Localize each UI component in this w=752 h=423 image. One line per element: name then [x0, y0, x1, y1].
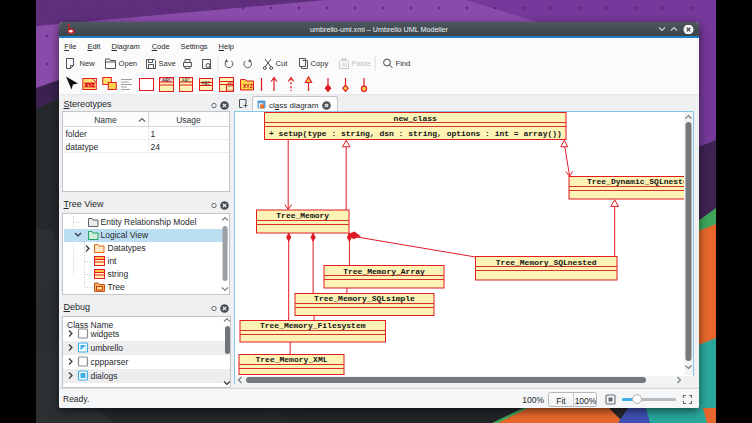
svg-text:Paste: Paste: [352, 59, 371, 68]
svg-text:XYZ: XYZ: [85, 82, 96, 89]
svg-text:Tree_Memory_SQLsimple: Tree_Memory_SQLsimple: [314, 294, 415, 303]
svg-text:string: string: [107, 269, 128, 279]
svg-text:Logical View: Logical View: [100, 230, 148, 240]
svg-text:umbrello: umbrello: [90, 343, 123, 353]
svg-text:ABC: ABC: [202, 81, 211, 86]
svg-text:New: New: [80, 59, 96, 68]
svg-text:Tree: Tree: [107, 282, 124, 292]
svg-text:Tree_Memory_SQLnested: Tree_Memory_SQLnested: [495, 258, 596, 267]
svg-text:dialogs: dialogs: [90, 371, 117, 381]
svg-text:Tree_Memory_XML: Tree_Memory_XML: [255, 355, 327, 364]
svg-text:Cut: Cut: [276, 59, 289, 68]
svg-text:Find: Find: [396, 59, 411, 68]
svg-text:int: int: [107, 256, 117, 266]
svg-text:Tree_Memory_Array: Tree_Memory_Array: [343, 267, 425, 276]
svg-text:123: 123: [228, 88, 236, 92]
svg-text:Copy: Copy: [311, 59, 329, 68]
svg-text:XYZ: XYZ: [243, 83, 254, 90]
svg-text:Tree_Dynamic_SQLnested: Tree_Dynamic_SQLnested: [586, 177, 684, 186]
svg-text:new_class: new_class: [393, 114, 436, 123]
svg-text:Open: Open: [119, 59, 138, 68]
svg-text:Datatypes: Datatypes: [107, 243, 145, 253]
svg-text:Entity Relationship Model: Entity Relationship Model: [100, 217, 196, 227]
svg-text:+ setup(type : string, dsn : s: + setup(type : string, dsn : string, opt…: [269, 129, 562, 138]
svg-text:cppparser: cppparser: [90, 357, 128, 367]
svg-text:ABC: ABC: [182, 78, 191, 83]
svg-text:Save: Save: [159, 59, 176, 68]
svg-text:Tree_Memory: Tree_Memory: [276, 211, 329, 220]
svg-text:widgets: widgets: [89, 329, 119, 339]
svg-text:Tree_Memory_Filesystem: Tree_Memory_Filesystem: [259, 321, 365, 330]
